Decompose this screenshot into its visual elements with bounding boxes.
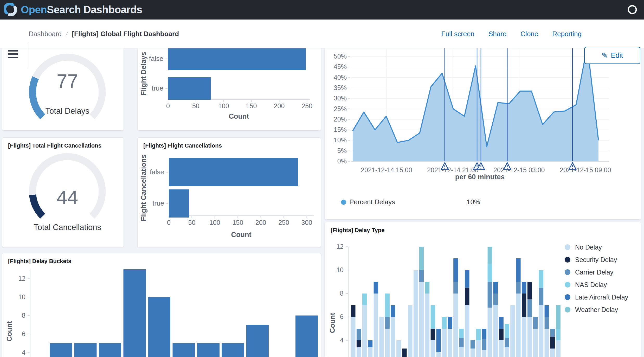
svg-text:200: 200 — [255, 219, 266, 226]
legend-dot-weather-delay — [565, 307, 570, 313]
svg-text:0: 0 — [167, 219, 171, 226]
full-screen-button[interactable]: Full screen — [441, 30, 474, 38]
dashboard-top-nav: Dashboard / [Flights] Global Flight Dash… — [0, 20, 644, 48]
svg-text:Flight Cancellations: Flight Cancellations — [140, 155, 147, 221]
svg-text:30%: 30% — [334, 94, 347, 102]
legend-dot-nas-delay — [565, 282, 570, 288]
svg-text:77: 77 — [57, 70, 78, 92]
menu-icon[interactable] — [8, 50, 18, 59]
total-cancellations-gauge: 44Total Cancellations — [2, 138, 124, 247]
svg-text:250: 250 — [278, 219, 289, 226]
delay-type-legend: No Delay Security Delay Carrier Delay NA… — [565, 241, 628, 316]
breadcrumb-separator: / — [65, 30, 69, 38]
legend-item-weather-delay[interactable]: Weather Delay — [565, 303, 628, 316]
svg-text:Count: Count — [231, 231, 252, 239]
svg-text:12: 12 — [18, 275, 25, 282]
svg-text:6: 6 — [340, 313, 344, 320]
svg-text:150: 150 — [232, 219, 243, 226]
svg-text:per 60 minutes: per 60 minutes — [455, 173, 505, 181]
svg-text:5%: 5% — [337, 147, 347, 154]
svg-text:10: 10 — [336, 266, 344, 273]
svg-text:Count: Count — [5, 321, 13, 341]
page-title: [Flights] Global Flight Dashboard — [72, 30, 179, 38]
legend-item-carrier-delay[interactable]: Carrier Delay — [565, 266, 628, 278]
svg-text:2021-12-14 21:00: 2021-12-14 21:00 — [427, 166, 478, 174]
legend-dot-no-delay — [565, 244, 570, 250]
svg-text:Count: Count — [329, 313, 336, 333]
legend-dot-carrier-delay — [565, 269, 570, 275]
svg-text:8: 8 — [340, 290, 344, 297]
svg-text:false: false — [149, 55, 163, 62]
svg-text:100: 100 — [218, 102, 229, 110]
svg-text:12: 12 — [336, 243, 344, 250]
reporting-button[interactable]: Reporting — [552, 30, 582, 38]
svg-text:50: 50 — [192, 102, 199, 110]
percent-delays-legend-value: 10% — [467, 198, 480, 206]
svg-text:10: 10 — [18, 293, 25, 301]
panel-delay-type: [Flights] Delay Type 1210864Count No Del… — [325, 222, 641, 357]
help-icon[interactable] — [626, 4, 638, 16]
svg-text:15%: 15% — [334, 126, 347, 133]
percent-delays-legend-label[interactable]: Percent Delays — [349, 198, 395, 206]
legend-item-security-delay[interactable]: Security Delay — [565, 253, 628, 266]
legend-item-no-delay[interactable]: No Delay — [565, 241, 628, 253]
panel-total-cancellations: [Flights] Total Flight Cancellations 44T… — [2, 137, 124, 247]
svg-text:true: true — [152, 199, 164, 207]
svg-text:45%: 45% — [334, 63, 347, 70]
nav-divider — [27, 42, 27, 68]
legend-dot-security-delay — [565, 257, 570, 263]
svg-text:2021-12-15 03:00: 2021-12-15 03:00 — [493, 166, 545, 174]
svg-text:4: 4 — [22, 349, 25, 356]
svg-text:8: 8 — [22, 312, 25, 319]
svg-text:10%: 10% — [334, 136, 347, 144]
svg-text:250: 250 — [301, 102, 312, 110]
svg-text:Flight Delays: Flight Delays — [140, 52, 147, 95]
percent-delays-legend: Percent Delays 10% — [338, 197, 624, 208]
svg-text:25%: 25% — [334, 105, 347, 112]
svg-text:50: 50 — [188, 219, 196, 226]
panel-flight-cancellations: [Flights] Flight Cancellations 050100150… — [137, 137, 321, 247]
breadcrumb: Dashboard / [Flights] Global Flight Dash… — [29, 20, 179, 48]
svg-text:50%: 50% — [334, 53, 347, 60]
svg-text:150: 150 — [246, 102, 257, 110]
edit-button[interactable]: ✎ Edit — [584, 47, 640, 64]
svg-text:false: false — [150, 168, 164, 176]
svg-text:200: 200 — [274, 102, 285, 110]
svg-text:Count: Count — [229, 112, 249, 120]
panel-delay-buckets: [Flights] Delay Buckets 1210864Count — [2, 253, 321, 357]
legend-item-nas-delay[interactable]: NAS Delay — [565, 278, 628, 291]
clone-button[interactable]: Clone — [520, 30, 538, 38]
svg-text:0%: 0% — [337, 157, 347, 165]
svg-text:Total Cancellations: Total Cancellations — [34, 223, 101, 232]
svg-text:2021-12-15 09:00: 2021-12-15 09:00 — [560, 166, 611, 174]
svg-text:0: 0 — [166, 102, 170, 110]
legend-dot-late-aircraft-delay — [565, 294, 570, 300]
svg-text:20%: 20% — [334, 116, 347, 123]
svg-text:300: 300 — [301, 219, 312, 226]
legend-item-late-aircraft-delay[interactable]: Late Aircraft Delay — [565, 291, 628, 303]
svg-text:35%: 35% — [334, 84, 347, 91]
delay-buckets-chart[interactable]: 1210864Count — [2, 253, 321, 357]
breadcrumb-dashboard-link[interactable]: Dashboard — [29, 30, 62, 38]
svg-text:44: 44 — [57, 187, 78, 208]
svg-text:true: true — [152, 84, 163, 92]
svg-text:4: 4 — [340, 336, 344, 344]
logo-text: OpenSearchDashboards — [21, 4, 142, 16]
svg-text:100: 100 — [209, 219, 220, 226]
svg-text:2021-12-14 15:00: 2021-12-14 15:00 — [361, 166, 412, 174]
nav-actions: Full screen Share Clone Reporting — [441, 20, 582, 48]
opensearch-logo-icon — [4, 3, 18, 17]
svg-text:Total Delays: Total Delays — [46, 106, 89, 116]
flight-cancellations-chart[interactable]: 050100150200250300falsetrueCountFlight C… — [138, 138, 321, 247]
svg-text:40%: 40% — [334, 74, 347, 81]
opensearch-logo[interactable]: OpenSearchDashboards — [4, 3, 142, 17]
svg-text:6: 6 — [22, 330, 25, 337]
edit-button-label: Edit — [611, 52, 623, 60]
app-header: OpenSearchDashboards — [0, 0, 644, 20]
percent-delays-legend-dot — [341, 200, 346, 205]
pencil-icon: ✎ — [602, 51, 608, 60]
share-button[interactable]: Share — [488, 30, 506, 38]
